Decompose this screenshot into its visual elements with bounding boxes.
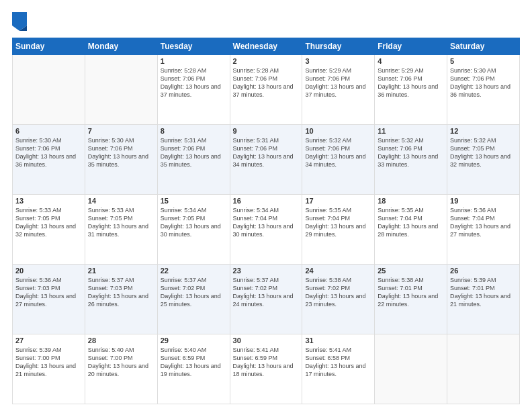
day-info: Sunrise: 5:33 AM Sunset: 7:05 PM Dayligh… (88, 206, 154, 239)
day-number: 20 (15, 267, 82, 275)
calendar-week-row: 6Sunrise: 5:30 AM Sunset: 7:06 PM Daylig… (13, 125, 520, 195)
day-info: Sunrise: 5:29 AM Sunset: 7:06 PM Dayligh… (305, 66, 371, 99)
calendar-cell: 14Sunrise: 5:33 AM Sunset: 7:05 PM Dayli… (85, 195, 157, 265)
calendar-cell: 15Sunrise: 5:34 AM Sunset: 7:05 PM Dayli… (157, 195, 230, 265)
day-number: 17 (305, 197, 371, 205)
day-number: 22 (161, 267, 227, 275)
day-info: Sunrise: 5:37 AM Sunset: 7:03 PM Dayligh… (88, 276, 154, 309)
day-info: Sunrise: 5:40 AM Sunset: 7:00 PM Dayligh… (88, 346, 154, 379)
day-info: Sunrise: 5:41 AM Sunset: 6:59 PM Dayligh… (233, 346, 300, 379)
weekday-header: Friday (375, 38, 447, 55)
calendar-cell: 18Sunrise: 5:35 AM Sunset: 7:04 PM Dayli… (375, 195, 447, 265)
day-number: 15 (161, 197, 227, 205)
calendar-cell: 8Sunrise: 5:31 AM Sunset: 7:06 PM Daylig… (157, 125, 230, 195)
day-info: Sunrise: 5:29 AM Sunset: 7:06 PM Dayligh… (378, 66, 444, 99)
day-info: Sunrise: 5:33 AM Sunset: 7:05 PM Dayligh… (15, 206, 82, 239)
calendar-cell: 31Sunrise: 5:41 AM Sunset: 6:58 PM Dayli… (302, 334, 375, 404)
calendar-cell: 26Sunrise: 5:39 AM Sunset: 7:01 PM Dayli… (447, 265, 520, 334)
day-number: 25 (378, 267, 444, 275)
weekday-header: Sunday (13, 38, 85, 55)
header (12, 12, 520, 31)
calendar-cell: 13Sunrise: 5:33 AM Sunset: 7:05 PM Dayli… (13, 195, 85, 265)
day-info: Sunrise: 5:34 AM Sunset: 7:04 PM Dayligh… (233, 206, 300, 239)
weekday-header: Monday (85, 38, 157, 55)
day-info: Sunrise: 5:41 AM Sunset: 6:58 PM Dayligh… (305, 346, 371, 379)
day-number: 30 (233, 336, 300, 345)
calendar-cell: 9Sunrise: 5:31 AM Sunset: 7:06 PM Daylig… (230, 125, 302, 195)
day-number: 10 (305, 127, 371, 135)
day-number: 11 (378, 127, 444, 135)
calendar-cell: 12Sunrise: 5:32 AM Sunset: 7:05 PM Dayli… (447, 125, 520, 195)
day-info: Sunrise: 5:32 AM Sunset: 7:06 PM Dayligh… (305, 136, 371, 169)
day-info: Sunrise: 5:28 AM Sunset: 7:06 PM Dayligh… (161, 66, 227, 99)
day-number: 23 (233, 267, 300, 275)
day-number: 1 (161, 57, 227, 65)
day-number: 14 (88, 197, 154, 205)
day-info: Sunrise: 5:30 AM Sunset: 7:06 PM Dayligh… (15, 136, 82, 169)
calendar-week-row: 1Sunrise: 5:28 AM Sunset: 7:06 PM Daylig… (13, 55, 520, 125)
day-info: Sunrise: 5:38 AM Sunset: 7:01 PM Dayligh… (378, 276, 444, 309)
day-number: 27 (15, 336, 82, 345)
calendar-cell: 23Sunrise: 5:37 AM Sunset: 7:02 PM Dayli… (230, 265, 302, 334)
calendar-cell: 10Sunrise: 5:32 AM Sunset: 7:06 PM Dayli… (302, 125, 375, 195)
day-number: 29 (161, 336, 227, 345)
day-number: 9 (233, 127, 300, 135)
day-info: Sunrise: 5:31 AM Sunset: 7:06 PM Dayligh… (233, 136, 300, 169)
day-info: Sunrise: 5:35 AM Sunset: 7:04 PM Dayligh… (305, 206, 371, 239)
calendar-cell (13, 55, 85, 125)
day-number: 16 (233, 197, 300, 205)
day-info: Sunrise: 5:39 AM Sunset: 7:01 PM Dayligh… (450, 276, 517, 309)
calendar-week-row: 13Sunrise: 5:33 AM Sunset: 7:05 PM Dayli… (13, 195, 520, 265)
day-info: Sunrise: 5:37 AM Sunset: 7:02 PM Dayligh… (161, 276, 227, 309)
day-number: 24 (305, 267, 371, 275)
calendar-cell: 29Sunrise: 5:40 AM Sunset: 6:59 PM Dayli… (157, 334, 230, 404)
day-info: Sunrise: 5:32 AM Sunset: 7:05 PM Dayligh… (450, 136, 517, 169)
weekday-header: Wednesday (230, 38, 302, 55)
day-number: 18 (378, 197, 444, 205)
day-number: 4 (378, 57, 444, 65)
calendar-cell: 30Sunrise: 5:41 AM Sunset: 6:59 PM Dayli… (230, 334, 302, 404)
calendar-cell: 27Sunrise: 5:39 AM Sunset: 7:00 PM Dayli… (13, 334, 85, 404)
calendar-cell: 16Sunrise: 5:34 AM Sunset: 7:04 PM Dayli… (230, 195, 302, 265)
day-info: Sunrise: 5:38 AM Sunset: 7:02 PM Dayligh… (305, 276, 371, 309)
day-number: 28 (88, 336, 154, 345)
calendar-cell: 19Sunrise: 5:36 AM Sunset: 7:04 PM Dayli… (447, 195, 520, 265)
day-number: 7 (88, 127, 154, 135)
weekday-header: Saturday (447, 38, 520, 55)
day-info: Sunrise: 5:40 AM Sunset: 6:59 PM Dayligh… (161, 346, 227, 379)
calendar-cell: 21Sunrise: 5:37 AM Sunset: 7:03 PM Dayli… (85, 265, 157, 334)
day-number: 3 (305, 57, 371, 65)
calendar-cell: 6Sunrise: 5:30 AM Sunset: 7:06 PM Daylig… (13, 125, 85, 195)
page: SundayMondayTuesdayWednesdayThursdayFrid… (0, 0, 532, 411)
day-info: Sunrise: 5:30 AM Sunset: 7:06 PM Dayligh… (450, 66, 517, 99)
logo (12, 12, 30, 31)
day-number: 31 (305, 336, 371, 345)
day-info: Sunrise: 5:36 AM Sunset: 7:03 PM Dayligh… (15, 276, 82, 309)
calendar-cell: 25Sunrise: 5:38 AM Sunset: 7:01 PM Dayli… (375, 265, 447, 334)
calendar-cell: 4Sunrise: 5:29 AM Sunset: 7:06 PM Daylig… (375, 55, 447, 125)
calendar-header-row: SundayMondayTuesdayWednesdayThursdayFrid… (13, 38, 520, 55)
calendar-cell (85, 55, 157, 125)
day-number: 26 (450, 267, 517, 275)
day-info: Sunrise: 5:28 AM Sunset: 7:06 PM Dayligh… (233, 66, 300, 99)
day-info: Sunrise: 5:35 AM Sunset: 7:04 PM Dayligh… (378, 206, 444, 239)
calendar-week-row: 20Sunrise: 5:36 AM Sunset: 7:03 PM Dayli… (13, 265, 520, 334)
day-number: 2 (233, 57, 300, 65)
calendar-cell: 7Sunrise: 5:30 AM Sunset: 7:06 PM Daylig… (85, 125, 157, 195)
day-info: Sunrise: 5:30 AM Sunset: 7:06 PM Dayligh… (88, 136, 154, 169)
calendar-cell: 17Sunrise: 5:35 AM Sunset: 7:04 PM Dayli… (302, 195, 375, 265)
calendar-cell (447, 334, 520, 404)
day-info: Sunrise: 5:31 AM Sunset: 7:06 PM Dayligh… (161, 136, 227, 169)
calendar-cell: 3Sunrise: 5:29 AM Sunset: 7:06 PM Daylig… (302, 55, 375, 125)
calendar-cell (375, 334, 447, 404)
day-info: Sunrise: 5:39 AM Sunset: 7:00 PM Dayligh… (15, 346, 82, 379)
day-number: 12 (450, 127, 517, 135)
day-number: 5 (450, 57, 517, 65)
logo-icon (12, 12, 27, 31)
calendar-cell: 22Sunrise: 5:37 AM Sunset: 7:02 PM Dayli… (157, 265, 230, 334)
day-number: 13 (15, 197, 82, 205)
calendar-cell: 28Sunrise: 5:40 AM Sunset: 7:00 PM Dayli… (85, 334, 157, 404)
calendar-cell: 2Sunrise: 5:28 AM Sunset: 7:06 PM Daylig… (230, 55, 302, 125)
calendar-week-row: 27Sunrise: 5:39 AM Sunset: 7:00 PM Dayli… (13, 334, 520, 404)
calendar-cell: 24Sunrise: 5:38 AM Sunset: 7:02 PM Dayli… (302, 265, 375, 334)
